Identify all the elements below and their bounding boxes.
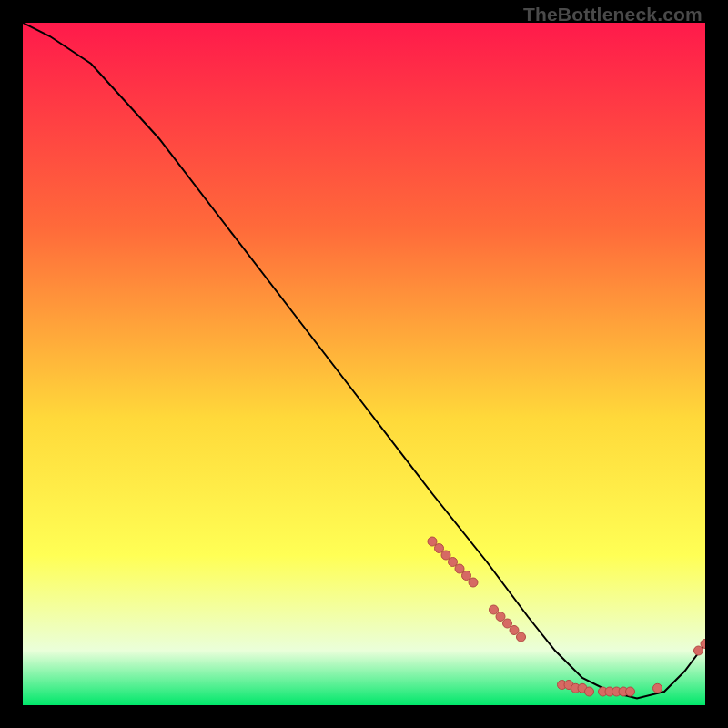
data-point xyxy=(585,687,594,696)
data-point xyxy=(469,578,478,587)
bottleneck-chart xyxy=(23,23,705,705)
gradient-background xyxy=(23,23,705,705)
chart-frame: TheBottleneck.com xyxy=(0,0,728,728)
data-point xyxy=(441,551,450,560)
data-point xyxy=(626,687,635,696)
data-point xyxy=(510,626,519,635)
data-point xyxy=(503,619,512,628)
data-point xyxy=(428,537,437,546)
data-point xyxy=(517,632,526,642)
data-point xyxy=(694,646,703,655)
data-point xyxy=(449,558,458,567)
data-point xyxy=(462,571,471,581)
data-point xyxy=(653,683,662,693)
data-point xyxy=(496,612,505,622)
data-point xyxy=(490,605,499,614)
data-point xyxy=(435,544,444,553)
data-point xyxy=(455,564,464,573)
